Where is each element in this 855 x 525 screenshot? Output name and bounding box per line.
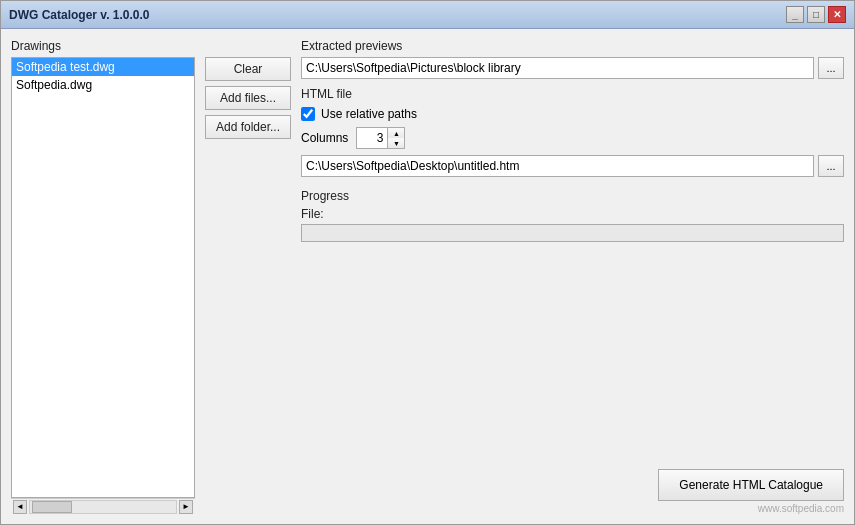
scroll-left-arrow[interactable]: ◄ (13, 500, 27, 514)
drawings-list[interactable]: Softpedia test.dwg Softpedia.dwg (11, 57, 195, 498)
preview-path-input[interactable] (301, 57, 814, 79)
relative-paths-row: Use relative paths (301, 107, 844, 121)
right-panel: Extracted previews ... HTML file Use rel… (301, 39, 844, 514)
left-panel: Drawings Softpedia test.dwg Softpedia.dw… (11, 39, 291, 514)
extracted-previews-label: Extracted previews (301, 39, 844, 53)
columns-down-button[interactable]: ▼ (388, 138, 404, 148)
scroll-thumb[interactable] (32, 501, 72, 513)
html-output-path-input[interactable] (301, 155, 814, 177)
generate-button[interactable]: Generate HTML Catalogue (658, 469, 844, 501)
html-file-label: HTML file (301, 87, 844, 101)
watermark-text: www.softpedia.com (758, 503, 844, 514)
main-window: DWG Cataloger v. 1.0.0.0 _ □ ✕ Drawings … (0, 0, 855, 525)
window-title: DWG Cataloger v. 1.0.0.0 (9, 8, 150, 22)
extracted-previews-section: Extracted previews ... (301, 39, 844, 79)
columns-spinner: ▲ ▼ (387, 128, 404, 148)
html-output-path-row: ... (301, 155, 844, 177)
progress-section: Progress File: (301, 189, 844, 242)
columns-row: Columns ▲ ▼ (301, 127, 844, 149)
drawings-container: Softpedia test.dwg Softpedia.dwg ◄ ► Cle… (11, 57, 291, 514)
html-file-section: HTML file Use relative paths Columns ▲ ▼ (301, 87, 844, 177)
main-content: Drawings Softpedia test.dwg Softpedia.dw… (1, 29, 854, 524)
add-files-button[interactable]: Add files... (205, 86, 291, 110)
relative-paths-checkbox[interactable] (301, 107, 315, 121)
add-folder-button[interactable]: Add folder... (205, 115, 291, 139)
drawings-label: Drawings (11, 39, 291, 53)
window-controls: _ □ ✕ (786, 6, 846, 23)
file-label: File: (301, 207, 844, 221)
scroll-track[interactable] (29, 500, 177, 514)
close-button[interactable]: ✕ (828, 6, 846, 23)
scroll-right-arrow[interactable]: ► (179, 500, 193, 514)
progress-label: Progress (301, 189, 844, 203)
list-item[interactable]: Softpedia test.dwg (12, 58, 194, 76)
columns-label: Columns (301, 131, 348, 145)
title-bar: DWG Cataloger v. 1.0.0.0 _ □ ✕ (1, 1, 854, 29)
maximize-button[interactable]: □ (807, 6, 825, 23)
horizontal-scrollbar[interactable]: ◄ ► (11, 498, 195, 514)
preview-path-row: ... (301, 57, 844, 79)
columns-input[interactable] (357, 128, 387, 148)
columns-up-button[interactable]: ▲ (388, 128, 404, 138)
minimize-button[interactable]: _ (786, 6, 804, 23)
list-item[interactable]: Softpedia.dwg (12, 76, 194, 94)
browse-preview-button[interactable]: ... (818, 57, 844, 79)
button-group: Clear Add files... Add folder... (205, 57, 291, 514)
browse-output-button[interactable]: ... (818, 155, 844, 177)
progress-bar-container (301, 224, 844, 242)
relative-paths-label: Use relative paths (321, 107, 417, 121)
columns-input-wrap: ▲ ▼ (356, 127, 405, 149)
clear-button[interactable]: Clear (205, 57, 291, 81)
